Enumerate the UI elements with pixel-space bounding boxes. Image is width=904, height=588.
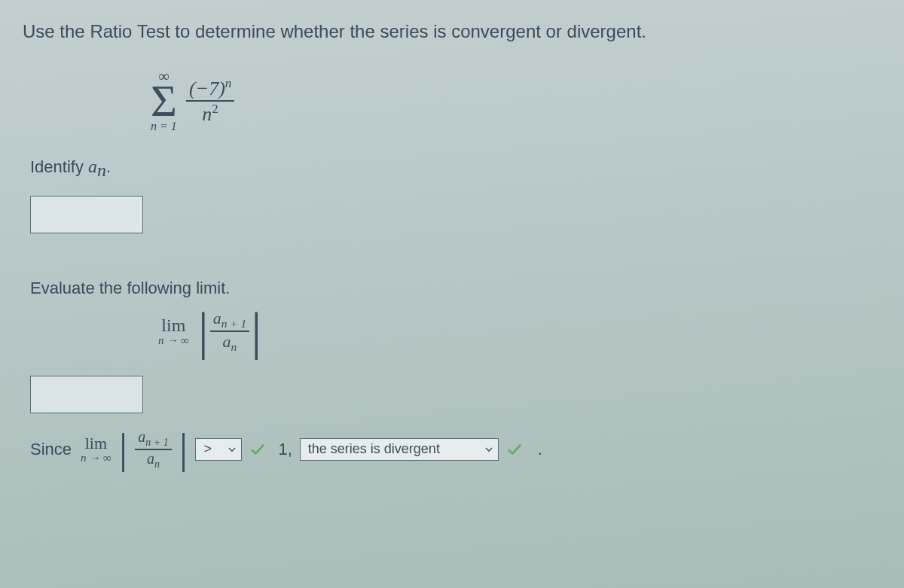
ratio-denominator: an: [220, 332, 240, 354]
conclusion-lim-operator: lim n → ∞: [81, 434, 111, 465]
conclusion-ratio-denominator: an: [144, 450, 163, 471]
one-label: 1,: [278, 440, 292, 459]
an-input[interactable]: [30, 196, 143, 233]
sigma-glyph: Σ: [151, 81, 177, 121]
conclusion-num-sub: n + 1: [145, 437, 168, 448]
evaluate-label: Evaluate the following limit.: [30, 279, 881, 298]
lim-text: lim: [161, 315, 185, 336]
comparison-select[interactable]: >: [195, 438, 242, 461]
conclusion-abs-left: |: [118, 431, 130, 466]
numerator-base: (−7): [189, 78, 225, 99]
identify-post: .: [106, 157, 111, 176]
identify-sub: n: [97, 160, 106, 180]
lim-below: n → ∞: [158, 334, 189, 347]
ratio-numerator: an + 1: [210, 309, 249, 331]
comparison-selected: >: [203, 441, 221, 457]
lim-operator: lim n → ∞: [158, 315, 189, 347]
ratio-num-sub: n + 1: [221, 318, 246, 331]
conclusion-row: Since lim n → ∞ | an + 1 an | > 1,: [30, 428, 881, 471]
conclusion-ratio-numerator: an + 1: [135, 428, 171, 449]
question-page: Use the Ratio Test to determine whether …: [0, 0, 904, 493]
conclusion-lim-below: n → ∞: [81, 452, 111, 465]
ratio-fraction: an + 1 an: [210, 309, 249, 354]
denominator-exp: 2: [212, 102, 218, 116]
ratio-num-base: a: [213, 309, 221, 328]
checkmark-icon: [249, 441, 266, 458]
ratio-den-base: a: [223, 332, 231, 351]
checkmark-icon: [506, 441, 523, 458]
conclusion-den-sub: n: [154, 459, 160, 470]
series-fraction: (−7)n n2: [186, 76, 234, 125]
abs-right: |: [249, 310, 263, 352]
numerator-exp: n: [225, 76, 231, 90]
sigma-symbol: ∞ Σ n = 1: [151, 69, 177, 133]
series-denominator: n2: [199, 102, 221, 126]
conclusion-den-base: a: [147, 450, 154, 467]
series-numerator: (−7)n: [186, 76, 234, 100]
denominator-base: n: [202, 103, 212, 125]
limit-expression: lim n → ∞ | an + 1 an |: [158, 309, 881, 354]
ratio-den-sub: n: [231, 341, 237, 354]
series-expression: ∞ Σ n = 1 (−7)n n2: [151, 63, 881, 139]
chevron-down-icon: [484, 445, 493, 454]
conclusion-lim-text: lim: [85, 434, 107, 453]
since-label: Since: [30, 440, 72, 459]
chevron-down-icon: [228, 445, 237, 454]
result-select[interactable]: the series is divergent: [300, 438, 499, 461]
sigma-lower: n = 1: [151, 120, 177, 133]
conclusion-num-base: a: [138, 428, 145, 445]
period: .: [538, 440, 542, 459]
conclusion-abs-right: |: [178, 431, 190, 466]
abs-left: |: [197, 310, 210, 352]
identify-var: a: [88, 157, 97, 176]
result-selected: the series is divergent: [308, 441, 478, 457]
conclusion-ratio-fraction: an + 1 an: [135, 428, 171, 471]
identify-label: Identify an.: [30, 157, 881, 181]
identify-pre: Identify: [30, 157, 88, 176]
limit-input[interactable]: [30, 376, 143, 413]
prompt-text: Use the Ratio Test to determine whether …: [23, 21, 881, 42]
